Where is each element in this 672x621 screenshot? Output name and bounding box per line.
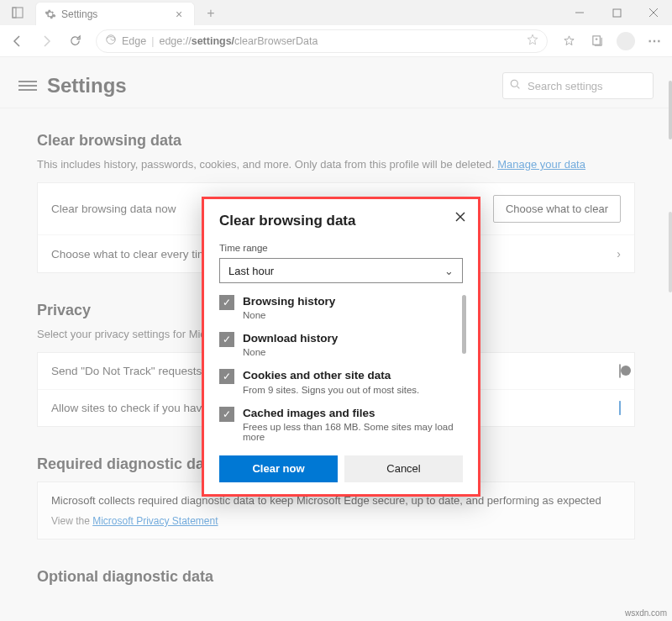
dialog-close-button[interactable] [451,208,470,226]
dialog-title: Clear browsing data [219,213,463,229]
checkbox-checked-icon[interactable]: ✓ [219,332,234,347]
check-desc: None [243,347,338,357]
check-title: Cookies and other site data [243,369,419,382]
dialog-scrollbar[interactable] [462,295,466,354]
check-title: Download history [243,332,338,345]
clear-now-button[interactable]: Clear now [219,455,338,482]
time-range-select[interactable]: Last hour ⌄ [219,258,463,283]
check-browsing-history[interactable]: ✓ Browsing historyNone [219,295,463,320]
cancel-button[interactable]: Cancel [344,455,463,482]
check-title: Cached images and files [243,407,463,420]
check-desc: From 9 sites. Signs you out of most site… [243,385,419,395]
check-desc: Frees up less than 168 MB. Some sites ma… [243,422,463,442]
dialog-items: ✓ Browsing historyNone ✓ Download histor… [219,295,463,442]
dialog-buttons: Clear now Cancel [219,455,463,482]
checkbox-checked-icon[interactable]: ✓ [219,369,234,384]
clear-browsing-dialog: Clear browsing data Time range Last hour… [202,197,480,497]
select-value: Last hour [228,265,274,277]
check-title: Browsing history [243,295,335,308]
check-desc: None [243,310,335,320]
checkbox-checked-icon[interactable]: ✓ [219,295,234,310]
checkbox-checked-icon[interactable]: ✓ [219,407,234,422]
check-download-history[interactable]: ✓ Download historyNone [219,332,463,357]
time-range-label: Time range [219,243,463,253]
check-cache[interactable]: ✓ Cached images and filesFrees up less t… [219,407,463,442]
chevron-down-icon: ⌄ [444,265,454,277]
check-cookies[interactable]: ✓ Cookies and other site dataFrom 9 site… [219,369,463,394]
watermark: wsxdn.com [625,608,667,618]
